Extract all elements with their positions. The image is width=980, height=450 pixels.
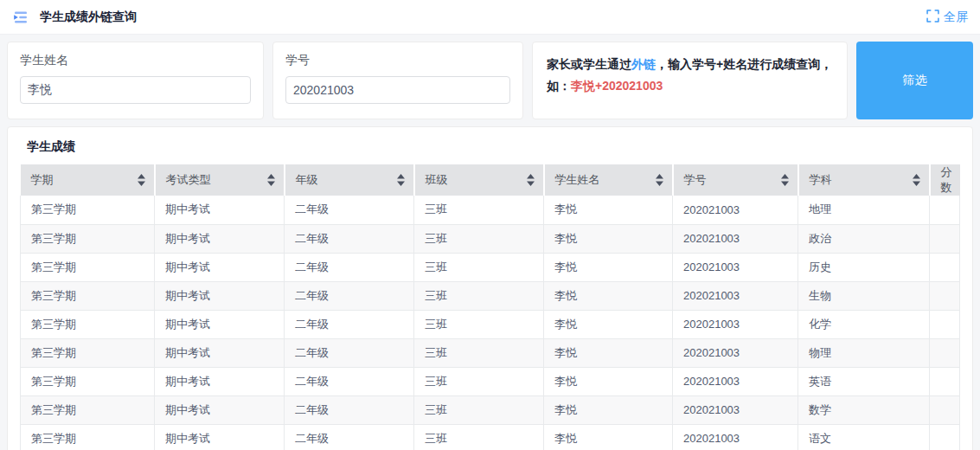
cell-subject: 物理 (798, 338, 930, 367)
column-header-class[interactable]: 班级 (414, 164, 544, 196)
column-header-exam-type[interactable]: 考试类型 (155, 164, 285, 196)
cell-grade: 二年级 (285, 424, 414, 450)
cell-score (930, 224, 960, 253)
hint-text-middle: ，输入学号+姓名进行成绩查询， (656, 57, 832, 71)
cell-subject: 语文 (798, 424, 930, 450)
table-header: 学期考试类型年级班级学生姓名学号学科分数 (21, 164, 960, 196)
cell-semester: 第三学期 (21, 196, 155, 224)
cell-exam-type: 期中考试 (155, 395, 285, 424)
cell-score (930, 310, 960, 338)
external-link[interactable]: 外链 (631, 57, 656, 71)
cell-subject: 生物 (798, 281, 930, 310)
sort-icon (781, 174, 789, 186)
column-label: 班级 (426, 172, 448, 188)
table-row: 第三学期期中考试二年级三班李悦202021003历史 (21, 253, 960, 281)
cell-subject: 英语 (798, 367, 930, 395)
table-row: 第三学期期中考试二年级三班李悦202021003生物 (21, 281, 960, 310)
cell-class: 三班 (414, 395, 544, 424)
cell-class: 三班 (414, 196, 544, 224)
cell-score (930, 424, 960, 450)
cell-class: 三班 (414, 253, 544, 281)
column-label: 考试类型 (166, 172, 211, 188)
hint-card: 家长或学生通过外链，输入学号+姓名进行成绩查询， 如：李悦+202021003 (532, 42, 848, 119)
cell-student-id: 202021003 (673, 310, 798, 338)
hint-text-prefix: 家长或学生通过 (547, 57, 631, 71)
cell-student-id: 202021003 (673, 367, 798, 395)
student-name-filter-card: 学生姓名 (7, 42, 264, 119)
student-id-input[interactable] (285, 76, 510, 104)
cell-semester: 第三学期 (21, 395, 155, 424)
cell-semester: 第三学期 (21, 224, 155, 253)
table-row: 第三学期期中考试二年级三班李悦202021003数学 (21, 395, 960, 424)
hint-example-value: 李悦+202021003 (571, 79, 663, 93)
cell-student-id: 202021003 (673, 224, 798, 253)
cell-student-name: 李悦 (544, 395, 673, 424)
cell-semester: 第三学期 (21, 367, 155, 395)
table-title: 学生成绩 (27, 139, 960, 155)
cell-exam-type: 期中考试 (155, 338, 285, 367)
column-label: 学科 (810, 172, 832, 188)
cell-exam-type: 期中考试 (155, 224, 285, 253)
sort-icon (138, 174, 145, 186)
student-name-label: 学生姓名 (20, 53, 251, 68)
cell-student-id: 202021003 (673, 395, 798, 424)
sort-icon (527, 174, 535, 186)
cell-score (930, 367, 960, 395)
cell-semester: 第三学期 (21, 424, 155, 450)
cell-class: 三班 (414, 367, 544, 395)
cell-semester: 第三学期 (21, 310, 155, 338)
fullscreen-label: 全屏 (944, 10, 968, 25)
student-id-filter-card: 学号 (272, 42, 523, 119)
table-row: 第三学期期中考试二年级三班李悦202021003物理 (21, 338, 960, 367)
column-header-grade[interactable]: 年级 (285, 164, 414, 196)
cell-score (930, 253, 960, 281)
filter-button[interactable]: 筛选 (856, 42, 973, 119)
column-label: 学号 (684, 172, 707, 188)
cell-score (930, 281, 960, 310)
column-header-student-id[interactable]: 学号 (673, 164, 798, 196)
cell-class: 三班 (414, 424, 544, 450)
cell-grade: 二年级 (285, 281, 414, 310)
topbar: 学生成绩外链查询 全屏 (0, 0, 980, 35)
filter-row: 学生姓名 学号 家长或学生通过外链，输入学号+姓名进行成绩查询， 如：李悦+20… (7, 42, 973, 119)
sort-icon (656, 174, 663, 186)
cell-grade: 二年级 (285, 224, 414, 253)
cell-class: 三班 (414, 281, 544, 310)
cell-semester: 第三学期 (21, 281, 155, 310)
cell-exam-type: 期中考试 (155, 196, 285, 224)
collapse-sidebar-icon[interactable] (12, 10, 29, 24)
cell-grade: 二年级 (285, 253, 414, 281)
fullscreen-icon (926, 10, 939, 25)
cell-student-id: 202021003 (673, 196, 798, 224)
table-row: 第三学期期中考试二年级三班李悦202021003化学 (21, 310, 960, 338)
student-name-input[interactable] (20, 76, 251, 104)
cell-score (930, 338, 960, 367)
cell-student-id: 202021003 (673, 281, 798, 310)
cell-subject: 数学 (798, 395, 930, 424)
cell-student-name: 李悦 (544, 424, 673, 450)
cell-subject: 地理 (798, 196, 930, 224)
column-label: 年级 (296, 172, 318, 188)
page-title: 学生成绩外链查询 (40, 10, 137, 25)
cell-exam-type: 期中考试 (155, 424, 285, 450)
table-row: 第三学期期中考试二年级三班李悦202021003语文 (21, 424, 960, 450)
student-id-label: 学号 (285, 53, 510, 68)
hint-example-label: 如： (547, 79, 571, 93)
cell-grade: 二年级 (285, 310, 414, 338)
cell-student-name: 李悦 (544, 253, 673, 281)
cell-student-id: 202021003 (673, 338, 798, 367)
column-label: 学期 (31, 172, 54, 188)
cell-class: 三班 (414, 310, 544, 338)
cell-student-name: 李悦 (544, 338, 673, 367)
table-row: 第三学期期中考试二年级三班李悦202021003英语 (21, 367, 960, 395)
cell-grade: 二年级 (285, 338, 414, 367)
column-header-subject[interactable]: 学科 (798, 164, 930, 196)
cell-semester: 第三学期 (21, 253, 155, 281)
column-header-student-name[interactable]: 学生姓名 (544, 164, 673, 196)
table-row: 第三学期期中考试二年级三班李悦202021003地理 (21, 196, 960, 224)
column-header-semester[interactable]: 学期 (21, 164, 155, 196)
cell-class: 三班 (414, 338, 544, 367)
fullscreen-button[interactable]: 全屏 (926, 10, 968, 25)
cell-student-name: 李悦 (544, 367, 673, 395)
table-body: 第三学期期中考试二年级三班李悦202021003地理第三学期期中考试二年级三班李… (21, 196, 960, 450)
